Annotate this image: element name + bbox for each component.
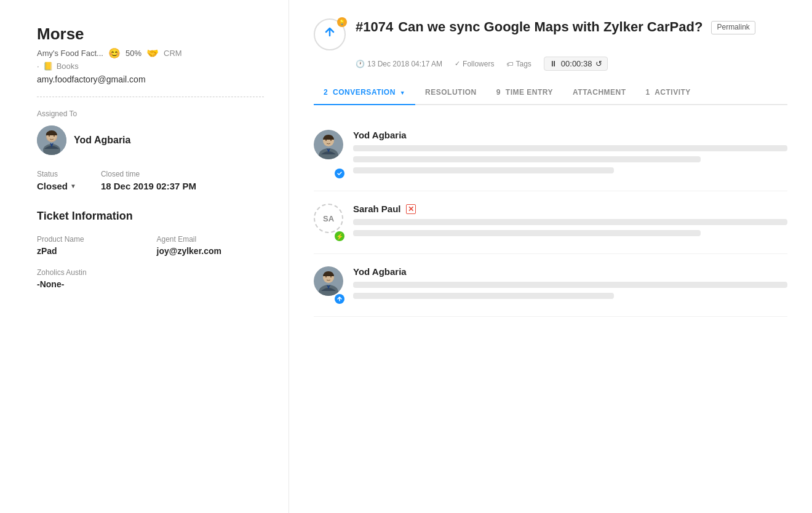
zoholics-field: Zoholics Austin -None- [37, 268, 264, 289]
ticket-header: 💡 #1074Can we sync Google Maps with Zylk… [314, 18, 787, 71]
chevron-down-icon: ▼ [400, 90, 405, 96]
flag-icon: ✕ [406, 204, 416, 214]
contact-books: · 📒 Books [37, 62, 264, 71]
closed-time-block: Closed time 18 Dec 2019 02:37 PM [101, 170, 196, 191]
book-icon: 📒 [43, 62, 53, 71]
ticket-fields: Product Name zPad Agent Email joy@zylker… [37, 235, 264, 289]
status-closed-row: Status Closed ▼ Closed time 18 Dec 2019 … [37, 170, 264, 191]
ticket-arrow-icon [322, 26, 337, 44]
tab-resolution-label: RESOLUTION [425, 88, 477, 97]
list-item: SA ⚡ Sarah Paul ✕ [314, 191, 787, 254]
contact-meta: Amy's Food Fact... 😊 50% 🤝 CRM [37, 47, 264, 59]
refresh-icon: ↺ [595, 59, 602, 68]
conversation-list: Yod Agbaria SA ⚡ Sarah Paul ✕ [314, 117, 787, 513]
date-meta: 🕐 13 Dec 2018 04:17 AM [356, 60, 442, 68]
skeleton-line [353, 145, 787, 151]
skeleton-line [353, 219, 787, 225]
followers-meta[interactable]: ✓ Followers [455, 60, 494, 68]
status-value: Closed [37, 181, 68, 191]
product-name-label: Product Name [37, 235, 145, 244]
followers-check-icon: ✓ [455, 60, 460, 68]
ticket-title-main: Can we sync Google Maps with Zylker CarP… [398, 19, 703, 34]
right-panel: 💡 #1074Can we sync Google Maps with Zylk… [289, 0, 812, 513]
ticket-title: #1074Can we sync Google Maps with Zylker… [356, 18, 755, 36]
avatar-1 [314, 130, 343, 159]
tab-conversation-count: 2 [324, 88, 328, 97]
timer-value: 00:00:38 [561, 59, 592, 68]
ticket-meta-row: 🕐 13 Dec 2018 04:17 AM ✓ Followers 🏷 Tag… [356, 57, 787, 71]
bulb-badge: 💡 [337, 17, 347, 27]
ticket-info-title: Ticket Information [37, 210, 264, 223]
contact-name: Morse [37, 25, 264, 44]
conv-content-2: Sarah Paul ✕ [353, 204, 787, 241]
svg-point-10 [330, 140, 332, 141]
product-name-value: zPad [37, 246, 145, 256]
ticket-number: #1074 [356, 19, 393, 34]
svg-point-15 [330, 276, 332, 277]
agent-email-label: Agent Email [157, 235, 265, 244]
ticket-title-container: #1074Can we sync Google Maps with Zylker… [356, 18, 755, 36]
product-name-field: Product Name zPad [37, 235, 145, 256]
conv-avatar-wrap-2: SA ⚡ [314, 204, 343, 241]
skeleton-line [353, 156, 701, 162]
zoholics-label: Zoholics Austin [37, 268, 264, 277]
status-block: Status Closed ▼ [37, 170, 76, 191]
tags-meta[interactable]: 🏷 Tags [506, 60, 531, 68]
list-item: Yod Agbaria [314, 254, 787, 317]
company-name: Amy's Food Fact... [37, 49, 103, 58]
tab-activity[interactable]: 1 ACTIVITY [636, 81, 701, 104]
tab-time-entry[interactable]: 9 TIME ENTRY [487, 81, 563, 104]
conv-avatar-wrap-1 [314, 130, 343, 178]
conv-avatar-wrap-3 [314, 266, 343, 304]
ticket-icon-wrap: 💡 [314, 18, 346, 50]
tab-attachment-label: ATTACHMENT [573, 88, 626, 97]
agent-email-value: joy@zylker.com [157, 246, 265, 256]
svg-point-14 [325, 276, 327, 277]
clock-icon: 🕐 [356, 60, 365, 68]
timer-control[interactable]: ⏸ 00:00:38 ↺ [544, 57, 608, 71]
tabs-bar: 2 CONVERSATION ▼ RESOLUTION 9 TIME ENTRY… [314, 81, 787, 105]
avatar-3 [314, 266, 343, 296]
status-dropdown-arrow: ▼ [70, 183, 76, 189]
pause-icon: ⏸ [549, 59, 557, 68]
permalink-button[interactable]: Permalink [711, 21, 755, 34]
tab-activity-label: ACTIVITY [655, 88, 691, 97]
handshake-icon: 🤝 [146, 47, 159, 59]
tags-label: Tags [515, 60, 531, 68]
closed-time-value: 18 Dec 2019 02:37 PM [101, 181, 196, 191]
avatar [37, 125, 66, 155]
conv-name-1: Yod Agbaria [353, 130, 787, 140]
conv-badge-1 [335, 169, 344, 178]
svg-point-9 [325, 140, 327, 141]
tab-conversation[interactable]: 2 CONVERSATION ▼ [314, 81, 415, 105]
conv-badge-2: ⚡ [335, 231, 344, 241]
status-badge[interactable]: Closed ▼ [37, 181, 76, 191]
avatar-2: SA [314, 204, 343, 233]
tab-conversation-label: CONVERSATION [333, 88, 396, 97]
svg-point-4 [49, 135, 50, 137]
conv-name-2: Sarah Paul ✕ [353, 204, 787, 214]
conv-content-1: Yod Agbaria [353, 130, 787, 178]
skeleton-line [353, 230, 701, 236]
tag-icon: 🏷 [506, 60, 513, 68]
crm-label: CRM [164, 49, 182, 58]
tab-time-entry-label: TIME ENTRY [506, 88, 553, 97]
left-panel: Morse Amy's Food Fact... 😊 50% 🤝 CRM · 📒… [0, 0, 289, 513]
skeleton-line [353, 282, 787, 288]
conv-name-3: Yod Agbaria [353, 266, 787, 277]
agent-email-field: Agent Email joy@zylker.com [157, 235, 265, 256]
followers-label: Followers [463, 60, 494, 68]
closed-time-label: Closed time [101, 170, 196, 178]
conv-content-3: Yod Agbaria [353, 266, 787, 304]
tab-attachment[interactable]: ATTACHMENT [563, 81, 636, 104]
tab-activity-count: 1 [646, 88, 650, 97]
divider-1 [37, 97, 264, 97]
skeleton-line [353, 167, 614, 173]
svg-point-5 [54, 135, 55, 137]
conv-badge-3 [335, 294, 344, 304]
tab-resolution[interactable]: RESOLUTION [415, 81, 487, 104]
status-label: Status [37, 170, 76, 178]
percent-value: 50% [125, 49, 141, 58]
contact-email: amy.foodfactory@gmail.com [37, 74, 264, 84]
list-item: Yod Agbaria [314, 117, 787, 191]
